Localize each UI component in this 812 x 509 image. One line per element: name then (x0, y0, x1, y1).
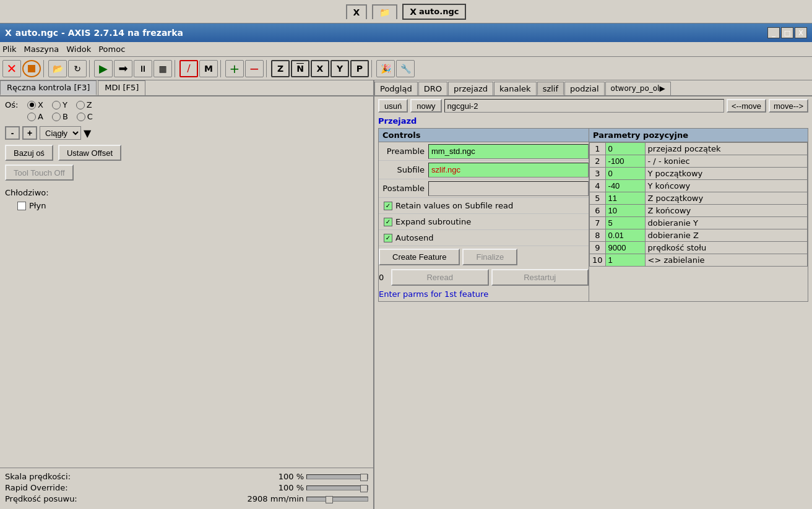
menu-widok[interactable]: Widok (66, 45, 91, 54)
reread-button[interactable]: Reread (391, 269, 489, 286)
menu-pomoc[interactable]: Pomoc (98, 45, 125, 54)
skala-slider[interactable] (306, 474, 368, 479)
tool-button[interactable]: 🔧 (396, 60, 415, 77)
param-val[interactable] (605, 192, 645, 205)
expand-checkbox[interactable]: ✓ (384, 218, 392, 226)
radio-y[interactable]: Y (52, 100, 67, 109)
n-button[interactable]: N (291, 60, 309, 77)
y-button[interactable]: Y (330, 60, 349, 77)
radio-btn-b[interactable] (52, 113, 61, 121)
tab-manual-control[interactable]: Ręczna kontrola [F3] (0, 80, 97, 95)
table-row: 2 - / - koniec (590, 155, 808, 168)
radio-b[interactable]: B (52, 112, 68, 121)
chlod-checkbox[interactable] (17, 202, 26, 210)
create-feature-button[interactable]: Create Feature (379, 249, 460, 265)
radio-x[interactable]: X (27, 100, 43, 109)
subfile-input[interactable] (428, 163, 589, 178)
radio-a[interactable]: A (27, 112, 43, 121)
radio-btn-c[interactable] (77, 113, 85, 121)
param-val[interactable] (605, 217, 645, 229)
radio-z[interactable]: Z (76, 100, 92, 109)
expand-row: ✓ Expand subroutine (379, 214, 589, 230)
x-tab[interactable]: X (346, 4, 368, 19)
step-plus-button[interactable]: + (22, 126, 37, 140)
m-button[interactable]: M (199, 60, 218, 77)
tab-podzial[interactable]: podzial (564, 82, 604, 95)
ustaw-offset-button[interactable]: Ustaw Offset (58, 145, 121, 161)
reload-button[interactable]: ↻ (68, 60, 87, 77)
stop-button[interactable]: ✕ (2, 60, 21, 77)
toolbar: ✕ ⏹ 📂 ↻ ▶ ➡ ⏸ ▦ / M + − Z N X Y P 🎉 🔧 (0, 57, 812, 80)
btn-row-bazuj: Bazuj oś Ustaw Offset (5, 145, 368, 161)
tool-touch-off-button[interactable]: Tool Touch Off (5, 165, 74, 181)
param-val[interactable] (605, 242, 645, 254)
pause-button[interactable]: ⏹ (22, 60, 41, 77)
postamble-label: Postamble (379, 182, 428, 194)
usun-button[interactable]: usuń (378, 99, 408, 113)
menu-maszyna[interactable]: Maszyna (24, 45, 59, 54)
tab-dro[interactable]: DRO (418, 82, 447, 95)
grid-button[interactable]: ▦ (153, 60, 172, 77)
radio-btn-a[interactable] (27, 113, 36, 121)
skala-value: 100 % (279, 472, 304, 481)
tab-szlif[interactable]: szlif (537, 82, 564, 95)
move-right-button[interactable]: move--> (769, 99, 808, 113)
step-select[interactable]: Ciągły 0.001 0.01 0.1 1 (40, 126, 81, 140)
radio-btn-x[interactable] (27, 101, 36, 109)
postamble-input[interactable] (428, 181, 589, 196)
step-button[interactable]: ➡ (114, 60, 132, 77)
param-val[interactable] (605, 155, 645, 168)
folder-tab[interactable]: 📁 (372, 4, 397, 19)
nowy-button[interactable]: nowy (410, 99, 441, 113)
posuw-row: Prędkość posuwu: 2908 mm/min (5, 494, 368, 503)
step-minus-button[interactable]: - (5, 126, 20, 140)
radio-c[interactable]: C (77, 112, 93, 121)
step-dropdown-arrow[interactable]: ▼ (84, 127, 91, 139)
table-row: 5 Z początkowy (590, 192, 808, 205)
radio-btn-z[interactable] (76, 101, 85, 109)
menu-plik[interactable]: Plik (2, 45, 17, 54)
minimize-button[interactable]: _ (767, 27, 780, 38)
restartuj-button[interactable]: Restartuj (491, 269, 589, 286)
param-val[interactable] (605, 180, 645, 192)
retain-checkbox[interactable]: ✓ (384, 202, 392, 210)
autosend-checkbox[interactable]: ✓ (384, 234, 392, 242)
auto-tab[interactable]: X auto.ngc (402, 4, 466, 20)
plus-button[interactable]: + (225, 60, 244, 77)
slash-button[interactable]: / (179, 60, 198, 77)
tab-kanalek[interactable]: kanalek (494, 82, 537, 95)
pause2-button[interactable]: ⏸ (134, 60, 152, 77)
ngcgui-input[interactable] (444, 99, 724, 113)
minus-button[interactable]: − (245, 60, 264, 77)
posuw-thumb[interactable] (326, 496, 333, 503)
skala-thumb[interactable] (360, 474, 368, 481)
move-left-button[interactable]: <--move (727, 99, 766, 113)
x-axis-button[interactable]: X (311, 60, 329, 77)
bazuj-os-button[interactable]: Bazuj oś (5, 145, 53, 161)
finalize-button[interactable]: Finalize (462, 249, 517, 265)
param-val[interactable] (605, 229, 645, 242)
os-row-2: A B C (5, 112, 368, 121)
z-button[interactable]: Z (271, 60, 290, 77)
param-val[interactable] (605, 143, 645, 155)
p-button[interactable]: P (350, 60, 369, 77)
rapid-thumb[interactable] (360, 485, 368, 492)
party-button[interactable]: 🎉 (376, 60, 395, 77)
posuw-label: Prędkość posuwu: (5, 494, 77, 503)
radio-btn-y[interactable] (52, 101, 61, 109)
rapid-slider[interactable] (306, 485, 368, 490)
param-val[interactable] (605, 168, 645, 180)
tab-mdi[interactable]: MDI [F5] (98, 80, 145, 95)
open-button[interactable]: 📂 (48, 60, 67, 77)
tab-podglad[interactable]: Podgląd (374, 82, 418, 95)
run-button[interactable]: ▶ (94, 60, 113, 77)
tab-przejazd[interactable]: przejazd (448, 82, 493, 95)
param-val[interactable] (605, 205, 645, 217)
close-button[interactable]: X (795, 27, 807, 38)
chlod-checkbox-item[interactable]: Płyn (17, 201, 368, 210)
param-val[interactable] (605, 254, 645, 267)
tab-otwory[interactable]: otwory_po_ol▶ (605, 82, 671, 95)
preamble-input[interactable] (428, 144, 589, 159)
posuw-slider[interactable] (306, 497, 368, 502)
maximize-button[interactable]: □ (781, 27, 793, 38)
